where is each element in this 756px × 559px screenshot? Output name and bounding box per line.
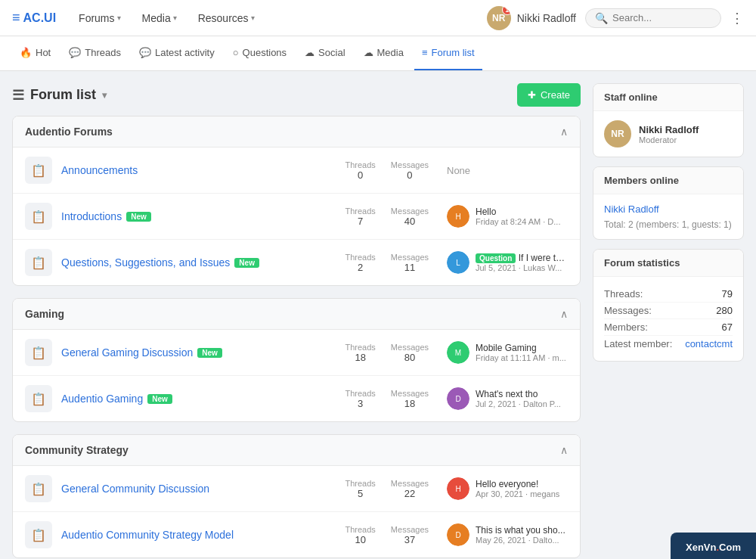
badge-new-ag: New	[147, 394, 172, 404]
forum-icon-acsm: 📋	[25, 521, 52, 548]
more-button[interactable]: ⋮	[730, 10, 744, 26]
group-toggle-community[interactable]: ∧	[560, 444, 568, 456]
forum-name-ag: Audentio Gaming New	[61, 393, 336, 405]
stats-val-latest-member[interactable]: contactcmt	[685, 338, 733, 349]
members-online-title: Members online	[593, 167, 743, 194]
questions-icon: ○	[233, 47, 239, 58]
staff-name[interactable]: Nikki Radloff	[639, 124, 699, 135]
badge-new-ggd: New	[197, 348, 222, 358]
stats-key-threads: Threads:	[604, 288, 643, 300]
forum-link-announcements[interactable]: Announcements	[61, 164, 138, 176]
latest-member-link[interactable]: contactcmt	[685, 338, 733, 349]
group-header-gaming[interactable]: Gaming ∧	[13, 299, 580, 330]
last-avatar-acsm: D	[447, 523, 469, 546]
staff-online-body: NR Nikki Radloff Moderator	[593, 111, 743, 157]
search-box[interactable]: 🔍	[585, 8, 721, 28]
group-title-community: Community Strategy	[25, 444, 129, 456]
forum-last-announcements: None	[447, 165, 568, 176]
tab-latest-label: Latest activity	[155, 47, 215, 58]
nav-forums-label: Forums	[79, 12, 114, 24]
group-header-community[interactable]: Community Strategy ∧	[13, 435, 580, 466]
last-title-ggd: Mobile Gaming	[476, 343, 566, 353]
staff-online-title: Staff online	[593, 84, 743, 111]
messages-value: 0	[391, 169, 429, 181]
nav-forums-caret: ▾	[117, 14, 121, 22]
last-avatar-ag: D	[447, 387, 469, 410]
forum-name-acsm: Audentio Community Strategy Model	[61, 529, 336, 541]
tab-latest-activity[interactable]: 💬 Latest activity	[132, 36, 222, 70]
threads-value-acsm: 10	[345, 534, 376, 545]
forum-list-dropdown[interactable]: ▾	[102, 90, 107, 101]
group-header-audentio[interactable]: Audentio Forums ∧	[13, 116, 580, 148]
stat-threads-acsm: Threads 10	[345, 525, 376, 545]
group-toggle-gaming[interactable]: ∧	[560, 308, 568, 320]
stat-threads-ggd: Threads 18	[345, 343, 376, 363]
forum-link-acsm[interactable]: Audentio Community Strategy Model	[61, 529, 234, 541]
nav-resources[interactable]: Resources ▾	[194, 0, 259, 36]
stats-row-latest-member: Latest member: contactcmt	[604, 336, 733, 352]
forum-link-ag[interactable]: Audentio Gaming	[61, 393, 143, 405]
last-meta-ggd: Friday at 11:11 AM · m...	[476, 353, 566, 362]
tab-forum-list[interactable]: ≡ Forum list	[414, 36, 482, 70]
tab-hot-label: Hot	[36, 47, 51, 58]
search-input[interactable]	[612, 12, 711, 23]
nav-forums[interactable]: Forums ▾	[74, 0, 125, 36]
forum-stats-acsm: Threads 10 Messages 37	[345, 525, 429, 545]
last-title-ag: What's next tho	[476, 389, 561, 399]
last-avatar-gcd: H	[447, 477, 469, 500]
forum-row-acsm: 📋 Audentio Community Strategy Model Thre…	[13, 512, 580, 557]
create-icon: ✚	[528, 89, 536, 101]
nav-resources-label: Resources	[198, 12, 249, 24]
user-info[interactable]: NR 1 Nikki Radloff	[487, 6, 576, 30]
create-button[interactable]: ✚ Create	[517, 83, 581, 107]
staff-role: Moderator	[639, 135, 699, 144]
forum-icon-gcd: 📋	[25, 475, 52, 502]
list-icon: ☰	[12, 87, 24, 104]
members-online-name[interactable]: Nikki Radloff	[604, 203, 733, 215]
stats-row-members: Members: 67	[604, 319, 733, 336]
last-avatar-inner-qs: L	[447, 251, 469, 274]
last-avatar-inner-ag: D	[447, 387, 469, 410]
forum-group-audentio: Audentio Forums ∧ 📋 Announcements Thread…	[12, 116, 581, 286]
notification-badge: 1	[502, 6, 511, 15]
stats-val-threads: 79	[722, 288, 733, 300]
last-meta-qs: Jul 5, 2021 · Lukas W...	[476, 263, 566, 272]
stat-messages-ag: Messages 18	[391, 389, 429, 409]
stat-messages-acsm: Messages 37	[391, 525, 429, 545]
last-title-qs: Question If I were to ...	[476, 253, 566, 263]
messages-label-ggd: Messages	[391, 343, 429, 352]
threads-value-qs: 2	[345, 262, 376, 273]
tab-forum-list-label: Forum list	[432, 47, 475, 58]
forum-name-announcements: Announcements	[61, 164, 336, 176]
forum-link-ggd[interactable]: General Gaming Discussion	[61, 346, 193, 359]
group-toggle-audentio[interactable]: ∧	[560, 126, 568, 138]
logo[interactable]: ≡ AC.UI	[12, 10, 56, 26]
logo-icon: ≡	[12, 10, 20, 26]
forum-link-introductions[interactable]: Introductions	[61, 210, 122, 222]
tab-social[interactable]: ☁ Social	[297, 36, 352, 70]
stats-table: Threads: 79 Messages: 280 Members: 67 La…	[604, 286, 733, 352]
tab-media[interactable]: ☁ Media	[356, 36, 411, 70]
messages-value-qs: 11	[391, 262, 429, 273]
stats-row-threads: Threads: 79	[604, 286, 733, 303]
forum-link-gcd[interactable]: General Community Discussion	[61, 483, 209, 495]
tab-questions[interactable]: ○ Questions	[225, 36, 294, 70]
messages-label-acsm: Messages	[391, 525, 429, 534]
sidebar: Staff online NR Nikki Radloff Moderator …	[593, 83, 744, 559]
threads-label-intro: Threads	[345, 207, 376, 216]
forum-stats-qs: Threads 2 Messages 11	[345, 253, 429, 273]
stats-key-members: Members:	[604, 321, 648, 333]
threads-label: Threads	[345, 160, 376, 169]
tab-hot[interactable]: 🔥 Hot	[12, 36, 58, 70]
messages-label-qs: Messages	[391, 253, 429, 262]
threads-value: 0	[345, 169, 376, 181]
last-meta-introductions: Friday at 8:24 AM · D...	[476, 217, 561, 226]
threads-label-gcd: Threads	[345, 479, 376, 488]
tab-threads[interactable]: 💬 Threads	[61, 36, 129, 70]
forum-link-qs[interactable]: Questions, Suggestions, and Issues	[61, 256, 230, 269]
last-title-acsm: This is what you sho...	[476, 525, 565, 536]
last-info-acsm: This is what you sho... May 26, 2021 · D…	[476, 525, 565, 545]
tab-threads-label: Threads	[85, 47, 121, 58]
staff-user: NR Nikki Radloff Moderator	[604, 120, 733, 148]
nav-media[interactable]: Media ▾	[138, 0, 181, 36]
